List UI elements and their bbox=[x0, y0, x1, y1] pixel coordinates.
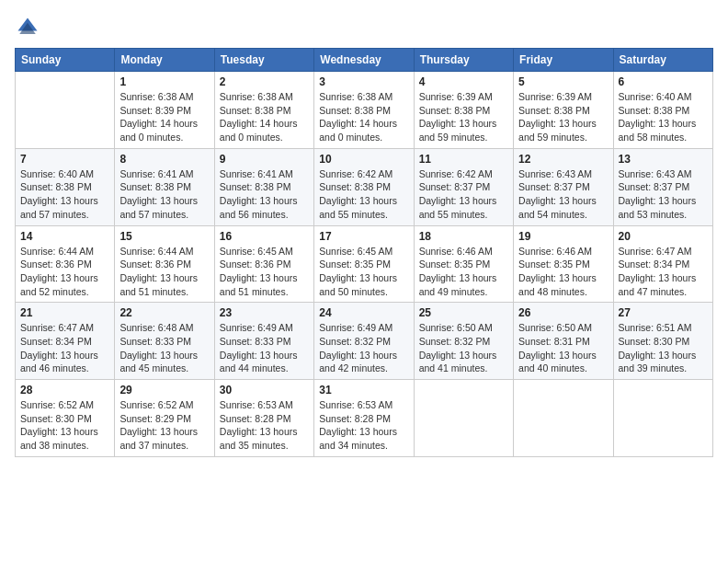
calendar-day-cell: 5Sunrise: 6:39 AM Sunset: 8:38 PM Daylig… bbox=[514, 72, 613, 149]
day-number: 17 bbox=[319, 230, 408, 243]
day-number: 31 bbox=[319, 384, 408, 396]
calendar-day-cell: 14Sunrise: 6:44 AM Sunset: 8:36 PM Dayli… bbox=[16, 225, 115, 303]
day-number: 24 bbox=[319, 306, 408, 319]
day-info: Sunrise: 6:42 AM Sunset: 8:37 PM Dayligh… bbox=[419, 167, 508, 222]
calendar-week-row: 14Sunrise: 6:44 AM Sunset: 8:36 PM Dayli… bbox=[16, 225, 713, 303]
day-info: Sunrise: 6:39 AM Sunset: 8:38 PM Dayligh… bbox=[419, 90, 508, 144]
day-number: 28 bbox=[20, 384, 109, 396]
logo-icon bbox=[15, 15, 40, 40]
calendar-day-cell: 8Sunrise: 6:41 AM Sunset: 8:38 PM Daylig… bbox=[115, 148, 214, 225]
day-info: Sunrise: 6:38 AM Sunset: 8:38 PM Dayligh… bbox=[319, 90, 408, 144]
calendar-table: SundayMondayTuesdayWednesdayThursdayFrid… bbox=[15, 48, 713, 457]
calendar-day-cell: 12Sunrise: 6:43 AM Sunset: 8:37 PM Dayli… bbox=[514, 148, 613, 225]
weekday-header-monday: Monday bbox=[115, 49, 214, 72]
calendar-day-cell: 2Sunrise: 6:38 AM Sunset: 8:38 PM Daylig… bbox=[214, 72, 313, 149]
weekday-header-wednesday: Wednesday bbox=[314, 49, 414, 72]
day-info: Sunrise: 6:51 AM Sunset: 8:30 PM Dayligh… bbox=[619, 321, 708, 375]
weekday-header-saturday: Saturday bbox=[613, 49, 712, 72]
calendar-day-cell: 22Sunrise: 6:48 AM Sunset: 8:33 PM Dayli… bbox=[115, 303, 214, 380]
day-number: 8 bbox=[119, 153, 209, 166]
day-number: 26 bbox=[518, 306, 608, 319]
day-number: 3 bbox=[319, 75, 408, 88]
calendar-day-cell: 11Sunrise: 6:42 AM Sunset: 8:37 PM Dayli… bbox=[414, 148, 513, 225]
weekday-header-tuesday: Tuesday bbox=[214, 49, 313, 72]
day-number: 13 bbox=[619, 153, 708, 166]
day-info: Sunrise: 6:46 AM Sunset: 8:35 PM Dayligh… bbox=[419, 245, 508, 299]
calendar-day-cell: 15Sunrise: 6:44 AM Sunset: 8:36 PM Dayli… bbox=[115, 225, 214, 303]
day-info: Sunrise: 6:42 AM Sunset: 8:38 PM Dayligh… bbox=[319, 167, 408, 222]
calendar-day-cell: 23Sunrise: 6:49 AM Sunset: 8:33 PM Dayli… bbox=[214, 303, 313, 380]
calendar-day-cell bbox=[16, 72, 115, 149]
day-info: Sunrise: 6:41 AM Sunset: 8:38 PM Dayligh… bbox=[220, 167, 309, 222]
weekday-header-sunday: Sunday bbox=[16, 49, 115, 72]
calendar-day-cell: 18Sunrise: 6:46 AM Sunset: 8:35 PM Dayli… bbox=[414, 225, 513, 303]
day-number: 23 bbox=[220, 306, 309, 319]
calendar-day-cell bbox=[514, 380, 613, 457]
calendar-day-cell bbox=[414, 380, 513, 457]
calendar-day-cell: 7Sunrise: 6:40 AM Sunset: 8:38 PM Daylig… bbox=[16, 148, 115, 225]
day-number: 27 bbox=[619, 306, 708, 319]
day-number: 15 bbox=[119, 230, 209, 243]
calendar-day-cell: 31Sunrise: 6:53 AM Sunset: 8:28 PM Dayli… bbox=[314, 380, 414, 457]
calendar-day-cell: 13Sunrise: 6:43 AM Sunset: 8:37 PM Dayli… bbox=[613, 148, 712, 225]
day-number: 6 bbox=[619, 75, 708, 88]
day-number: 12 bbox=[518, 153, 608, 166]
calendar-day-cell: 4Sunrise: 6:39 AM Sunset: 8:38 PM Daylig… bbox=[414, 72, 513, 149]
day-info: Sunrise: 6:48 AM Sunset: 8:33 PM Dayligh… bbox=[119, 321, 209, 375]
day-info: Sunrise: 6:46 AM Sunset: 8:35 PM Dayligh… bbox=[518, 245, 608, 299]
calendar-day-cell bbox=[613, 380, 712, 457]
calendar-day-cell: 9Sunrise: 6:41 AM Sunset: 8:38 PM Daylig… bbox=[214, 148, 313, 225]
day-number: 16 bbox=[220, 230, 309, 243]
day-number: 20 bbox=[619, 230, 708, 243]
day-number: 4 bbox=[419, 75, 508, 88]
day-number: 21 bbox=[20, 306, 109, 319]
day-number: 9 bbox=[220, 153, 309, 166]
calendar-week-row: 21Sunrise: 6:47 AM Sunset: 8:34 PM Dayli… bbox=[16, 303, 713, 380]
day-info: Sunrise: 6:52 AM Sunset: 8:29 PM Dayligh… bbox=[119, 398, 209, 453]
day-number: 10 bbox=[319, 153, 408, 166]
weekday-header-friday: Friday bbox=[514, 49, 613, 72]
day-info: Sunrise: 6:53 AM Sunset: 8:28 PM Dayligh… bbox=[220, 398, 309, 453]
calendar-week-row: 1Sunrise: 6:38 AM Sunset: 8:39 PM Daylig… bbox=[16, 72, 713, 149]
day-info: Sunrise: 6:38 AM Sunset: 8:39 PM Dayligh… bbox=[119, 90, 209, 144]
calendar-day-cell: 24Sunrise: 6:49 AM Sunset: 8:32 PM Dayli… bbox=[314, 303, 414, 380]
calendar-day-cell: 20Sunrise: 6:47 AM Sunset: 8:34 PM Dayli… bbox=[613, 225, 712, 303]
day-number: 5 bbox=[518, 75, 608, 88]
calendar-day-cell: 27Sunrise: 6:51 AM Sunset: 8:30 PM Dayli… bbox=[613, 303, 712, 380]
calendar-day-cell: 26Sunrise: 6:50 AM Sunset: 8:31 PM Dayli… bbox=[514, 303, 613, 380]
day-info: Sunrise: 6:39 AM Sunset: 8:38 PM Dayligh… bbox=[518, 90, 608, 144]
day-info: Sunrise: 6:49 AM Sunset: 8:32 PM Dayligh… bbox=[319, 321, 408, 375]
calendar-day-cell: 19Sunrise: 6:46 AM Sunset: 8:35 PM Dayli… bbox=[514, 225, 613, 303]
day-number: 25 bbox=[419, 306, 508, 319]
calendar-day-cell: 10Sunrise: 6:42 AM Sunset: 8:38 PM Dayli… bbox=[314, 148, 414, 225]
day-info: Sunrise: 6:40 AM Sunset: 8:38 PM Dayligh… bbox=[619, 90, 708, 144]
calendar-day-cell: 1Sunrise: 6:38 AM Sunset: 8:39 PM Daylig… bbox=[115, 72, 214, 149]
weekday-header-thursday: Thursday bbox=[414, 49, 513, 72]
day-number: 18 bbox=[419, 230, 508, 243]
day-number: 30 bbox=[220, 384, 309, 396]
calendar-day-cell: 28Sunrise: 6:52 AM Sunset: 8:30 PM Dayli… bbox=[16, 380, 115, 457]
day-number: 19 bbox=[518, 230, 608, 243]
day-info: Sunrise: 6:50 AM Sunset: 8:32 PM Dayligh… bbox=[419, 321, 508, 375]
day-number: 11 bbox=[419, 153, 508, 166]
calendar-day-cell: 29Sunrise: 6:52 AM Sunset: 8:29 PM Dayli… bbox=[115, 380, 214, 457]
day-info: Sunrise: 6:47 AM Sunset: 8:34 PM Dayligh… bbox=[20, 321, 109, 375]
day-info: Sunrise: 6:44 AM Sunset: 8:36 PM Dayligh… bbox=[119, 245, 209, 299]
day-info: Sunrise: 6:40 AM Sunset: 8:38 PM Dayligh… bbox=[20, 167, 109, 222]
day-number: 7 bbox=[20, 153, 109, 166]
calendar-day-cell: 17Sunrise: 6:45 AM Sunset: 8:35 PM Dayli… bbox=[314, 225, 414, 303]
day-info: Sunrise: 6:49 AM Sunset: 8:33 PM Dayligh… bbox=[220, 321, 309, 375]
day-number: 1 bbox=[119, 75, 209, 88]
day-info: Sunrise: 6:43 AM Sunset: 8:37 PM Dayligh… bbox=[619, 167, 708, 222]
calendar-week-row: 7Sunrise: 6:40 AM Sunset: 8:38 PM Daylig… bbox=[16, 148, 713, 225]
calendar-week-row: 28Sunrise: 6:52 AM Sunset: 8:30 PM Dayli… bbox=[16, 380, 713, 457]
page-header bbox=[15, 15, 713, 40]
day-info: Sunrise: 6:45 AM Sunset: 8:36 PM Dayligh… bbox=[220, 245, 309, 299]
calendar-day-cell: 6Sunrise: 6:40 AM Sunset: 8:38 PM Daylig… bbox=[613, 72, 712, 149]
calendar-day-cell: 30Sunrise: 6:53 AM Sunset: 8:28 PM Dayli… bbox=[214, 380, 313, 457]
day-info: Sunrise: 6:43 AM Sunset: 8:37 PM Dayligh… bbox=[518, 167, 608, 222]
logo bbox=[15, 15, 44, 40]
day-info: Sunrise: 6:50 AM Sunset: 8:31 PM Dayligh… bbox=[518, 321, 608, 375]
calendar-day-cell: 16Sunrise: 6:45 AM Sunset: 8:36 PM Dayli… bbox=[214, 225, 313, 303]
day-number: 14 bbox=[20, 230, 109, 243]
